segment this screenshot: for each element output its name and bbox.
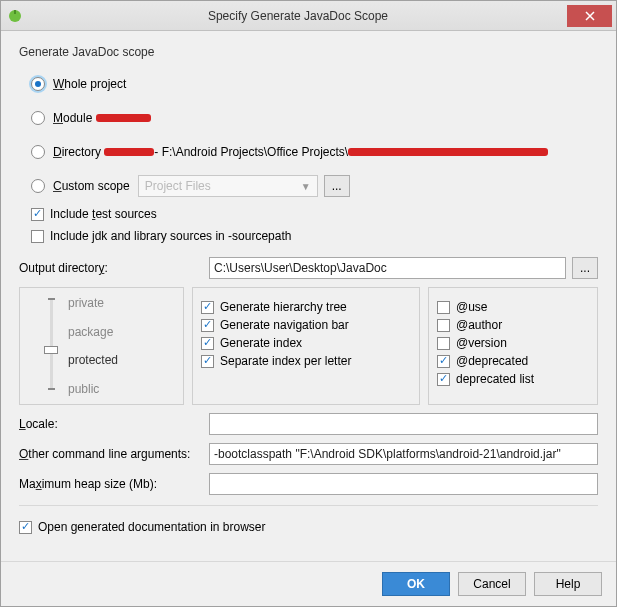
checkbox-version[interactable] [437,337,450,350]
cancel-button[interactable]: Cancel [458,572,526,596]
checkbox-deprecated[interactable] [437,355,450,368]
checkbox-use[interactable] [437,301,450,314]
tag-author[interactable]: @author [437,318,589,332]
tag-deprecated-list[interactable]: deprecated list [437,372,589,386]
content-area: Generate JavaDoc scope Whole project Mod… [1,31,616,561]
visibility-track[interactable] [50,298,53,390]
heap-label: Maximum heap size (Mb): [19,477,209,491]
output-dir-browse-button[interactable]: ... [572,257,598,279]
options-row: private package protected public Generat… [19,287,598,405]
close-button[interactable] [567,5,612,27]
checkbox-label: Generate hierarchy tree [220,300,347,314]
checkbox-index[interactable] [201,337,214,350]
ok-button[interactable]: OK [382,572,450,596]
button-bar: OK Cancel Help [1,561,616,606]
vis-protected: protected [68,353,177,367]
tags-box: @use @author @version @deprecated deprec… [428,287,598,405]
output-dir-label: Output directory: [19,261,209,275]
checkbox-hierarchy[interactable] [201,301,214,314]
output-dir-row: Output directory: ... [19,257,598,279]
custom-scope-dropdown[interactable]: Project Files ▼ [138,175,318,197]
opt-index[interactable]: Generate index [201,336,411,350]
separator [19,505,598,506]
generation-options-box: Generate hierarchy tree Generate navigat… [192,287,420,405]
scope-whole-project[interactable]: Whole project [31,71,598,97]
locale-row: Locale: [19,413,598,435]
chevron-down-icon: ▼ [301,181,311,192]
checkbox-label: @use [456,300,488,314]
radio-module[interactable] [31,111,45,125]
opt-navbar[interactable]: Generate navigation bar [201,318,411,332]
open-doc-row[interactable]: Open generated documentation in browser [19,520,598,534]
redacted-module-name [96,114,151,122]
section-title: Generate JavaDoc scope [19,45,598,59]
scope-directory[interactable]: Directory - F:\Android Projects\Office P… [31,139,598,165]
radio-custom-scope[interactable] [31,179,45,193]
radio-label: Custom scope [53,179,130,193]
checkbox-label: @author [456,318,502,332]
checkbox-label: Generate index [220,336,302,350]
checkbox-label: Include jdk and library sources in -sour… [50,229,291,243]
cmdline-label: Other command line arguments: [19,447,209,461]
scope-custom[interactable]: Custom scope Project Files ▼ ... [31,173,598,199]
visibility-labels: private package protected public [68,296,177,396]
redacted-dir-suffix [348,148,548,156]
checkbox-label: Generate navigation bar [220,318,349,332]
redacted-dir-prefix [104,148,154,156]
radio-label: Module [53,111,96,125]
scope-module[interactable]: Module [31,105,598,131]
checkbox-sep-index[interactable] [201,355,214,368]
tag-version[interactable]: @version [437,336,589,350]
checkbox-label: @deprecated [456,354,528,368]
vis-private: private [68,296,177,310]
svg-rect-1 [14,10,16,14]
include-test-row[interactable]: Include test sources [31,207,598,221]
titlebar: Specify Generate JavaDoc Scope [1,1,616,31]
checkbox-label: deprecated list [456,372,534,386]
help-button[interactable]: Help [534,572,602,596]
checkbox-label: Open generated documentation in browser [38,520,265,534]
tag-use[interactable]: @use [437,300,589,314]
radio-directory[interactable] [31,145,45,159]
radio-label: Directory [53,145,104,159]
output-dir-input[interactable] [209,257,566,279]
checkbox-label: Separate index per letter [220,354,351,368]
dialog-title: Specify Generate JavaDoc Scope [29,9,567,23]
cmdline-row: Other command line arguments: [19,443,598,465]
vis-package: package [68,325,177,339]
heap-row: Maximum heap size (Mb): [19,473,598,495]
locale-label: Locale: [19,417,209,431]
cmdline-input[interactable] [209,443,598,465]
custom-scope-browse-button[interactable]: ... [324,175,350,197]
checkbox-author[interactable] [437,319,450,332]
dialog-window: Specify Generate JavaDoc Scope Generate … [0,0,617,607]
radio-label: Whole project [53,77,126,91]
radio-whole-project[interactable] [31,77,45,91]
dropdown-value: Project Files [145,179,211,193]
visibility-knob[interactable] [44,346,58,354]
vis-public: public [68,382,177,396]
checkbox-include-test[interactable] [31,208,44,221]
locale-input[interactable] [209,413,598,435]
checkbox-include-jdk[interactable] [31,230,44,243]
checkbox-deprecated-list[interactable] [437,373,450,386]
directory-path-text: - F:\Android Projects\Office Projects\ [154,145,348,159]
checkbox-label: Include test sources [50,207,157,221]
checkbox-label: @version [456,336,507,350]
visibility-slider-box: private package protected public [19,287,184,405]
opt-hierarchy[interactable]: Generate hierarchy tree [201,300,411,314]
close-icon [585,11,595,21]
heap-input[interactable] [209,473,598,495]
app-icon [7,8,23,24]
tag-deprecated[interactable]: @deprecated [437,354,589,368]
include-jdk-row[interactable]: Include jdk and library sources in -sour… [31,229,598,243]
checkbox-navbar[interactable] [201,319,214,332]
opt-sep-index[interactable]: Separate index per letter [201,354,411,368]
checkbox-open-doc[interactable] [19,521,32,534]
